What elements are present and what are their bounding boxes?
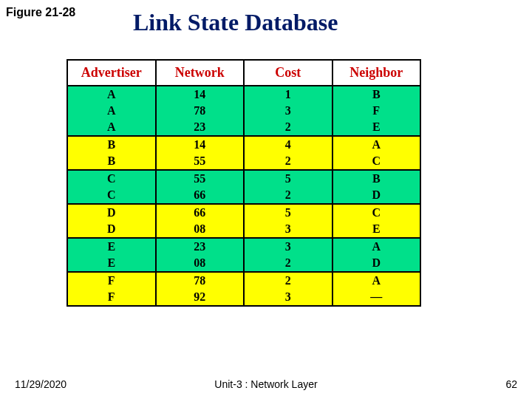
- cell-advertiser: A: [67, 103, 156, 119]
- table-group: F782AF923—: [67, 272, 420, 306]
- cell-network: 55: [156, 153, 245, 170]
- table-group: D665CD083E: [67, 204, 420, 238]
- cell-cost: 2: [244, 272, 332, 289]
- table-row: C662D: [67, 187, 420, 204]
- cell-cost: 3: [244, 221, 332, 238]
- link-state-table-container: Advertiser Network Cost Neighbor A141BA7…: [66, 59, 421, 307]
- cell-neighbor: F: [332, 103, 421, 119]
- cell-advertiser: B: [67, 136, 156, 153]
- table-row: B144A: [67, 136, 420, 153]
- cell-cost: 2: [244, 187, 332, 204]
- cell-cost: 2: [244, 255, 332, 272]
- cell-network: 55: [156, 170, 245, 187]
- cell-network: 14: [156, 86, 245, 103]
- cell-cost: 1: [244, 86, 332, 103]
- cell-neighbor: E: [332, 221, 421, 238]
- table-row: D083E: [67, 221, 420, 238]
- cell-neighbor: A: [332, 238, 421, 255]
- table-group: C555BC662D: [67, 170, 420, 204]
- cell-neighbor: —: [332, 289, 421, 306]
- table-row: E082D: [67, 255, 420, 272]
- cell-neighbor: C: [332, 204, 421, 221]
- cell-advertiser: C: [67, 170, 156, 187]
- cell-network: 08: [156, 255, 245, 272]
- cell-network: 23: [156, 119, 245, 136]
- cell-advertiser: E: [67, 255, 156, 272]
- cell-cost: 5: [244, 170, 332, 187]
- table-group: A141BA783FA232E: [67, 86, 420, 136]
- cell-neighbor: A: [332, 272, 421, 289]
- cell-network: 78: [156, 103, 245, 119]
- table-row: E233A: [67, 238, 420, 255]
- cell-cost: 3: [244, 238, 332, 255]
- cell-network: 14: [156, 136, 245, 153]
- col-neighbor: Neighbor: [332, 60, 421, 86]
- cell-network: 08: [156, 221, 245, 238]
- page-title: Link State Database: [133, 9, 338, 36]
- cell-advertiser: F: [67, 289, 156, 306]
- cell-neighbor: A: [332, 136, 421, 153]
- cell-network: 23: [156, 238, 245, 255]
- table-row: F923—: [67, 289, 420, 306]
- cell-advertiser: D: [67, 221, 156, 238]
- cell-network: 66: [156, 204, 245, 221]
- cell-advertiser: F: [67, 272, 156, 289]
- cell-neighbor: E: [332, 119, 421, 136]
- footer-center: Unit-3 : Network Layer: [0, 378, 532, 390]
- cell-cost: 4: [244, 136, 332, 153]
- cell-network: 78: [156, 272, 245, 289]
- col-network: Network: [156, 60, 245, 86]
- cell-neighbor: B: [332, 86, 421, 103]
- table-row: D665C: [67, 204, 420, 221]
- cell-advertiser: B: [67, 153, 156, 170]
- table-row: A783F: [67, 103, 420, 119]
- footer-page: 62: [505, 378, 517, 390]
- cell-network: 92: [156, 289, 245, 306]
- table-row: F782A: [67, 272, 420, 289]
- cell-advertiser: A: [67, 86, 156, 103]
- table-row: A141B: [67, 86, 420, 103]
- cell-cost: 3: [244, 289, 332, 306]
- cell-neighbor: C: [332, 153, 421, 170]
- cell-neighbor: D: [332, 187, 421, 204]
- table-group: B144AB552C: [67, 136, 420, 170]
- table-row: C555B: [67, 170, 420, 187]
- col-cost: Cost: [244, 60, 332, 86]
- table-row: B552C: [67, 153, 420, 170]
- col-advertiser: Advertiser: [67, 60, 156, 86]
- cell-cost: 3: [244, 103, 332, 119]
- cell-neighbor: B: [332, 170, 421, 187]
- table-group: E233AE082D: [67, 238, 420, 272]
- cell-network: 66: [156, 187, 245, 204]
- figure-label: Figure 21-28: [6, 6, 75, 19]
- cell-neighbor: D: [332, 255, 421, 272]
- cell-cost: 2: [244, 153, 332, 170]
- link-state-table: Advertiser Network Cost Neighbor A141BA7…: [66, 59, 421, 307]
- cell-advertiser: D: [67, 204, 156, 221]
- table-header-row: Advertiser Network Cost Neighbor: [67, 60, 420, 86]
- cell-advertiser: C: [67, 187, 156, 204]
- table-row: A232E: [67, 119, 420, 136]
- cell-cost: 2: [244, 119, 332, 136]
- cell-advertiser: A: [67, 119, 156, 136]
- cell-cost: 5: [244, 204, 332, 221]
- cell-advertiser: E: [67, 238, 156, 255]
